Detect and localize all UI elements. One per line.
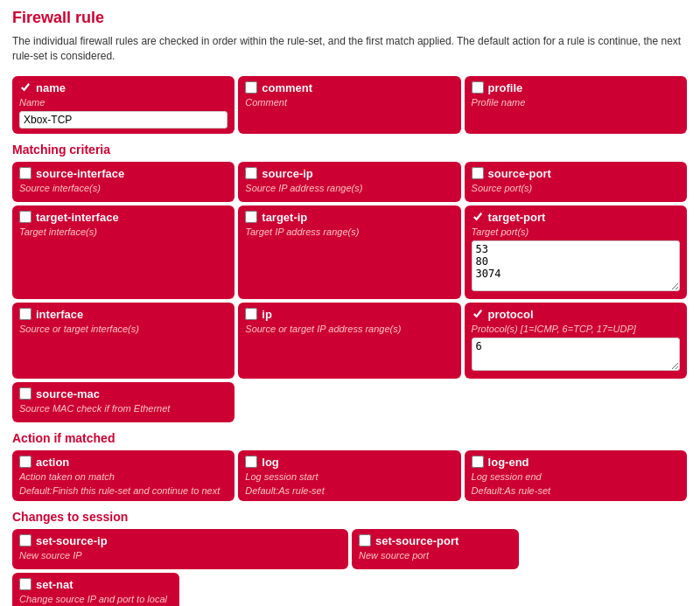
label-log-end: log-end <box>488 456 529 469</box>
card-action-header: action <box>19 456 228 469</box>
label-target-interface: target-interface <box>36 211 119 224</box>
desc-comment: Comment <box>245 97 453 108</box>
card-set-source-ip-header: set-source-ip <box>19 534 341 547</box>
desc-set-source-port: New source port <box>359 550 512 561</box>
session-row-1: set-source-ip New source IP set-source-p… <box>12 529 688 606</box>
desc-protocol: Protocol(s) [1=ICMP, 6=TCP, 17=UDP] <box>472 324 680 334</box>
desc-source-mac: Source MAC check if from Ethernet <box>19 403 228 414</box>
card-interface-header: interface <box>19 308 228 321</box>
label-protocol: protocol <box>488 308 534 321</box>
card-source-mac-header: source-mac <box>19 387 228 401</box>
card-log-header: log <box>245 456 453 469</box>
checkbox-target-ip[interactable] <box>245 211 257 223</box>
label-source-interface: source-interface <box>36 167 124 180</box>
card-comment-header: comment <box>245 81 453 94</box>
card-target-port-header: target-port <box>472 211 680 224</box>
desc-log: Log session start <box>245 471 453 482</box>
checkbox-log[interactable] <box>245 456 257 468</box>
label-comment: comment <box>262 81 312 94</box>
label-log: log <box>262 456 279 469</box>
card-source-interface: source-interface Source interface(s) <box>12 162 234 202</box>
card-set-source-port-header: set-source-port <box>359 534 512 547</box>
checkbox-name[interactable] <box>19 81 32 94</box>
card-ip: ip Source or target IP address range(s) <box>238 303 460 379</box>
input-name[interactable] <box>19 111 228 129</box>
desc-ip: Source or target IP address range(s) <box>245 324 453 334</box>
label-ip: ip <box>262 308 272 321</box>
card-source-ip: source-ip Source IP address range(s) <box>238 162 460 202</box>
card-target-port: target-port Target port(s) 53 80 3074 <box>465 205 687 299</box>
card-action: action Action taken on match Default:Fin… <box>12 450 234 501</box>
checkbox-target-interface[interactable] <box>19 211 32 223</box>
label-set-source-ip: set-source-ip <box>36 534 108 547</box>
desc-target-interface: Target interface(s) <box>19 226 228 237</box>
default-log: Default:As rule-set <box>245 485 453 496</box>
desc-name: Name <box>19 97 228 108</box>
matching-row-2: target-interface Target interface(s) tar… <box>12 205 688 299</box>
desc-set-source-ip: New source IP <box>19 550 341 561</box>
desc-profile: Profile name <box>472 97 680 108</box>
card-source-mac: source-mac Source MAC check if from Ethe… <box>12 382 234 422</box>
desc-source-ip: Source IP address range(s) <box>245 183 453 193</box>
label-source-ip: source-ip <box>262 167 313 180</box>
checkbox-protocol[interactable] <box>472 308 484 320</box>
section-action: Action if matched <box>12 431 688 445</box>
card-comment: comment Comment <box>238 76 460 134</box>
checkbox-set-source-ip[interactable] <box>19 534 32 547</box>
checkbox-log-end[interactable] <box>472 456 484 468</box>
checkbox-source-port[interactable] <box>472 167 484 179</box>
section-session: Changes to session <box>12 510 688 524</box>
card-source-port: source-port Source port(s) <box>465 162 687 202</box>
page-title: Firewall rule <box>12 9 688 27</box>
card-source-ip-header: source-ip <box>245 167 453 180</box>
checkbox-target-port[interactable] <box>472 211 484 223</box>
label-target-ip: target-ip <box>262 211 307 224</box>
checkbox-profile[interactable] <box>472 81 484 94</box>
desc-source-interface: Source interface(s) <box>19 183 228 193</box>
card-protocol: protocol Protocol(s) [1=ICMP, 6=TCP, 17=… <box>465 303 687 379</box>
checkbox-set-source-port[interactable] <box>359 534 371 547</box>
checkbox-set-nat[interactable] <box>19 578 32 590</box>
card-name: name Name <box>12 76 234 134</box>
basic-fields-row: name Name comment Comment profile Profil… <box>12 76 688 134</box>
matching-row-1: source-interface Source interface(s) sou… <box>12 162 688 202</box>
card-profile: profile Profile name <box>465 76 687 134</box>
card-source-interface-header: source-interface <box>19 167 228 180</box>
intro-text: The individual firewall rules are checke… <box>12 34 688 64</box>
label-name: name <box>36 81 66 94</box>
checkbox-source-ip[interactable] <box>245 167 257 179</box>
card-target-ip-header: target-ip <box>245 211 453 224</box>
card-profile-header: profile <box>472 81 680 94</box>
desc-interface: Source or target interface(s) <box>19 324 228 334</box>
label-set-source-port: set-source-port <box>375 534 458 547</box>
card-target-ip: target-ip Target IP address range(s) <box>238 205 460 299</box>
checkbox-comment[interactable] <box>245 81 257 94</box>
matching-row-3: interface Source or target interface(s) … <box>12 303 688 379</box>
card-interface: interface Source or target interface(s) <box>12 303 234 379</box>
input-target-port[interactable]: 53 80 3074 <box>472 240 680 291</box>
desc-target-port: Target port(s) <box>472 226 680 237</box>
checkbox-action[interactable] <box>19 456 32 468</box>
label-source-mac: source-mac <box>36 387 100 401</box>
card-set-nat-header: set-nat <box>19 578 172 591</box>
card-target-interface: target-interface Target interface(s) <box>12 205 234 299</box>
label-interface: interface <box>36 308 83 321</box>
action-row: action Action taken on match Default:Fin… <box>12 450 688 501</box>
section-matching: Matching criteria <box>12 143 688 157</box>
label-action: action <box>36 456 69 469</box>
checkbox-source-interface[interactable] <box>19 167 32 179</box>
desc-source-port: Source port(s) <box>472 183 680 193</box>
desc-action: Action taken on match <box>19 471 228 482</box>
checkbox-ip[interactable] <box>245 308 257 320</box>
card-set-nat: set-nat Change source IP and port to loc… <box>12 573 179 606</box>
checkbox-interface[interactable] <box>19 308 32 320</box>
card-target-interface-header: target-interface <box>19 211 228 224</box>
label-source-port: source-port <box>488 167 551 180</box>
checkbox-source-mac[interactable] <box>19 387 32 400</box>
default-action: Default:Finish this rule-set and continu… <box>19 485 228 496</box>
desc-set-nat: Change source IP and port to local for N… <box>19 594 172 606</box>
desc-log-end: Log session end <box>472 471 680 482</box>
input-protocol[interactable]: 6 <box>472 338 680 371</box>
label-set-nat: set-nat <box>36 578 74 591</box>
card-log-end: log-end Log session end Default:As rule-… <box>465 450 687 501</box>
